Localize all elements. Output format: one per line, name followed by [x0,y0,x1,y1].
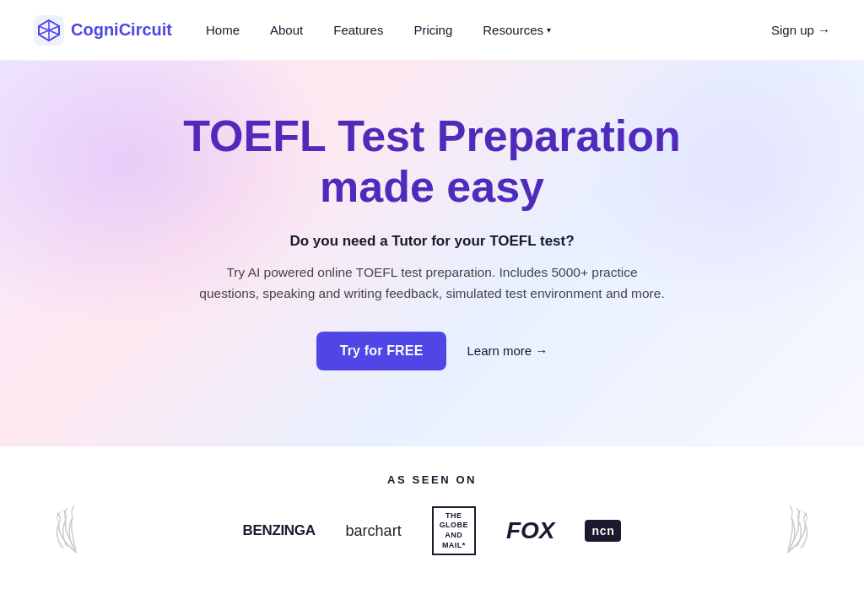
hero-actions: Try for FREE Learn more → [34,332,830,370]
nav-home[interactable]: Home [206,23,240,37]
brand-globe-and-mail: THEGLOBEANDMAIL* [432,506,476,556]
social-proof-section: AS SEEN ON BENZINGA barchart THEGLOBEAND… [0,446,864,576]
laurel-right-icon [763,489,813,564]
hero-title: TOEFL Test Preparation made easy [34,111,830,213]
nav-links: Home About Features Pricing Resources ▾ [206,23,771,37]
learn-more-button[interactable]: Learn more → [467,343,548,358]
nav-about[interactable]: About [270,23,303,37]
navbar: CogniCircuit Home About Features Pricing… [0,0,864,61]
try-free-button[interactable]: Try for FREE [316,332,447,370]
logo-text: CogniCircuit [71,20,172,40]
as-seen-on-label: AS SEEN ON [34,473,830,486]
brand-fox: FOX [506,517,555,544]
chevron-down-icon: ▾ [547,25,551,35]
brand-ncn: ncn [585,520,621,542]
nav-resources-dropdown[interactable]: Resources ▾ [483,23,551,37]
signup-button[interactable]: Sign up → [771,23,830,37]
hero-description: Try AI powered online TOEFL test prepara… [196,262,668,305]
brand-barchart: barchart [346,522,402,540]
hero-section: TOEFL Test Preparation made easy Do you … [0,61,864,446]
nav-features[interactable]: Features [333,23,383,37]
logo-link[interactable]: CogniCircuit [34,15,172,46]
brand-benzinga: BENZINGA [243,522,316,539]
nav-pricing[interactable]: Pricing [413,23,452,37]
hero-subtitle: Do you need a Tutor for your TOEFL test? [34,233,830,250]
logo-icon [34,15,64,46]
brand-logos: BENZINGA barchart THEGLOBEANDMAIL* FOX n… [34,506,830,556]
laurel-left-icon [51,489,101,564]
